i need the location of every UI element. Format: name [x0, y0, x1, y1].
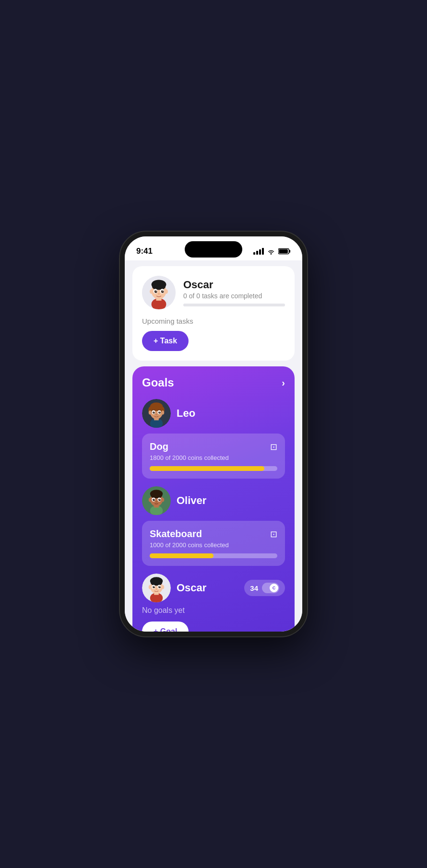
svg-point-13: [155, 290, 156, 291]
svg-point-33: [149, 411, 152, 414]
svg-point-48: [149, 498, 152, 502]
goals-section: Goals ›: [132, 366, 295, 632]
goals-title: Goals: [142, 376, 174, 389]
coin-badge: 34: [244, 580, 285, 596]
oliver-header: Oliver: [142, 486, 285, 515]
oliver-skateboard-goal-header: Skateboard ⊡: [150, 528, 277, 540]
signal-icon: [253, 248, 264, 255]
battery-icon: [278, 248, 291, 255]
leo-dog-goal-name: Dog: [150, 441, 168, 452]
task-progress-bar: [183, 304, 285, 306]
phone-frame: 9:41: [120, 232, 307, 636]
leo-header: Leo: [142, 399, 285, 428]
oscar-goals-header: Oscar 34: [142, 574, 285, 602]
svg-point-60: [154, 586, 154, 587]
user-header: Oscar 0 of 0 tasks are completed: [142, 276, 285, 309]
tasks-card: Oscar 0 of 0 tasks are completed Upcomin…: [132, 266, 295, 361]
oliver-skateboard-progress-bar: [150, 553, 277, 558]
svg-point-32: [155, 414, 157, 415]
oscar-goals-name: Oscar: [177, 582, 206, 594]
svg-point-62: [155, 588, 157, 589]
svg-point-47: [155, 501, 157, 502]
dynamic-island: [185, 241, 242, 258]
svg-point-15: [158, 293, 160, 294]
svg-point-16: [150, 289, 153, 294]
leo-dog-goal-card: Dog ⊡ 1800 of 2000 coins collected: [142, 434, 285, 479]
oscar-goals-section: Oscar 34 No goals yet + Goal: [142, 574, 285, 632]
oliver-name: Oliver: [177, 494, 206, 507]
no-goals-text: No goals yet: [142, 606, 285, 615]
svg-point-45: [154, 499, 154, 500]
coin-toggle[interactable]: [262, 583, 279, 593]
oscar-user-info: Oscar 0 of 0 tasks are completed: [183, 279, 285, 306]
wifi-icon: [267, 248, 275, 255]
oliver-skateboard-goal-card: Skateboard ⊡ 1000 of 2000 coins collecte…: [142, 521, 285, 566]
svg-rect-2: [279, 249, 288, 253]
oscar-goals-avatar: [142, 574, 171, 602]
oliver-avatar: [142, 486, 171, 515]
leo-dog-edit-icon[interactable]: ⊡: [270, 442, 277, 452]
oscar-avatar: [142, 276, 176, 309]
svg-point-17: [165, 289, 168, 294]
svg-point-46: [159, 499, 160, 500]
svg-point-34: [161, 411, 164, 414]
add-goal-button[interactable]: + Goal: [142, 622, 189, 632]
svg-point-14: [162, 290, 163, 291]
coin-count: 34: [250, 584, 258, 592]
status-time: 9:41: [136, 246, 153, 256]
leo-dog-goal-header: Dog ⊡: [150, 441, 277, 452]
leo-avatar: [142, 399, 171, 428]
oliver-skateboard-goal-name: Skateboard: [150, 528, 202, 540]
svg-point-63: [149, 585, 152, 589]
oliver-skateboard-progress-text: 1000 of 2000 coins collected: [150, 541, 277, 549]
svg-rect-1: [289, 250, 290, 253]
leo-dog-progress-text: 1800 of 2000 coins collected: [150, 454, 277, 461]
status-icons: [253, 248, 291, 255]
oscar-name: Oscar: [183, 279, 285, 291]
svg-point-64: [161, 585, 164, 589]
phone-content[interactable]: Oscar 0 of 0 tasks are completed Upcomin…: [125, 260, 302, 632]
svg-point-31: [159, 411, 160, 412]
upcoming-label: Upcoming tasks: [142, 317, 285, 325]
add-task-button[interactable]: + Task: [142, 331, 189, 351]
leo-dog-progress-bar: [150, 466, 277, 471]
status-bar: 9:41: [125, 236, 302, 260]
svg-point-49: [161, 498, 164, 502]
svg-point-61: [159, 586, 160, 587]
goals-chevron-icon[interactable]: ›: [282, 377, 285, 388]
goals-header: Goals ›: [142, 376, 285, 389]
svg-point-30: [154, 411, 154, 412]
leo-section: Leo Dog ⊡ 1800 of 2000 coins collected: [142, 399, 285, 479]
oliver-section: Oliver Skateboard ⊡ 1000 of 2000 coins c…: [142, 486, 285, 566]
oliver-skateboard-edit-icon[interactable]: ⊡: [270, 529, 277, 540]
leo-name: Leo: [177, 407, 195, 420]
task-count: 0 of 0 tasks are completed: [183, 292, 285, 300]
